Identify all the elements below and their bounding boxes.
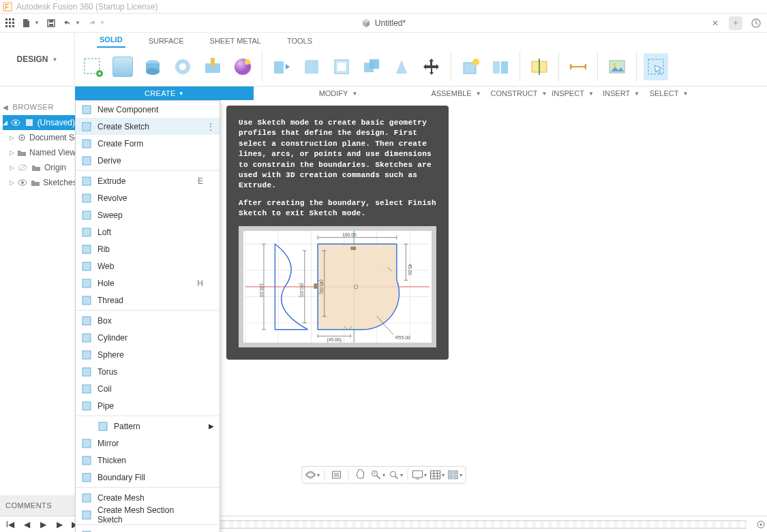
collapse-browser-icon[interactable]: ◀ [3, 104, 9, 111]
tab-solid[interactable]: SOLID [97, 34, 125, 48]
pan-button[interactable] [352, 468, 367, 482]
new-tab-button[interactable]: ＋ [729, 16, 742, 30]
menu-item[interactable]: Boundary Fill [76, 469, 220, 486]
menu-item[interactable]: Create Mesh [76, 489, 220, 506]
svg-rect-57 [82, 245, 91, 253]
tab-surface[interactable]: SURFACE [146, 35, 187, 48]
svg-rect-120 [448, 471, 452, 479]
press-pull-tool[interactable] [269, 53, 294, 80]
menu-item[interactable]: Torus [76, 363, 220, 380]
tree-root[interactable]: ◢ (Unsaved) [3, 115, 75, 130]
tree-item-doc-settings[interactable]: ▷ Document Settings [3, 130, 75, 145]
create-sketch-tool[interactable] [80, 53, 105, 80]
extrude-tool[interactable] [140, 53, 165, 80]
tree-item-sketches[interactable]: ▷ Sketches [3, 175, 75, 190]
shell-tool[interactable] [329, 53, 354, 80]
look-at-button[interactable] [329, 468, 344, 482]
insert-tool[interactable] [605, 53, 629, 80]
menu-item[interactable]: HoleH [76, 275, 220, 292]
grid-settings-button[interactable]: ▾ [430, 468, 445, 482]
menu-item[interactable]: Mirror [76, 435, 220, 452]
menu-item[interactable]: Create Base Feature [76, 527, 220, 532]
visibility-off-icon[interactable] [17, 162, 28, 173]
menu-item[interactable]: Coil [76, 380, 220, 397]
menu-item-label: Hole [97, 279, 115, 288]
draft-tool[interactable] [389, 53, 414, 80]
workspace-switcher[interactable]: DESIGN▼ [9, 50, 66, 68]
close-tab-button[interactable]: ✕ [708, 16, 722, 30]
menu-item[interactable]: Derive [76, 152, 220, 169]
fit-button[interactable]: ▾ [388, 468, 403, 482]
modify-panel-label[interactable]: MODIFY▼ [254, 87, 423, 100]
visibility-icon[interactable] [10, 117, 21, 128]
tree-item-named-views[interactable]: ▷ Named Views [3, 145, 75, 160]
menu-item[interactable]: Loft [76, 223, 220, 240]
revolve-tool[interactable] [170, 53, 195, 80]
tree-item-origin[interactable]: ▷ Origin [3, 160, 75, 175]
app-grid-button[interactable] [3, 16, 18, 31]
menu-item-more[interactable]: ⋮ [206, 122, 215, 131]
save-button[interactable] [44, 16, 59, 31]
menu-item-label: Rib [97, 245, 110, 254]
select-tool[interactable] [644, 53, 668, 80]
display-settings-button[interactable]: ▾ [412, 468, 427, 482]
menu-item[interactable]: Cylinder [76, 329, 220, 346]
assemble-panel-label[interactable]: ASSEMBLE▼ [423, 87, 490, 100]
menu-item[interactable]: Create Sketch⋮ [76, 118, 220, 135]
timeline-step-back[interactable]: ◀ [20, 518, 33, 531]
panel-create [75, 53, 260, 80]
undo-button[interactable]: ▼ [60, 16, 83, 31]
viewport-layout-button[interactable]: ▾ [447, 468, 462, 482]
file-menu-button[interactable]: ▼ [19, 16, 42, 31]
browser-header[interactable]: ◀ BROWSER [0, 100, 75, 114]
menu-item-icon [81, 384, 92, 394]
timeline-step-fwd[interactable]: ▶ [53, 518, 65, 531]
measure-tool[interactable] [566, 53, 590, 80]
select-panel-label[interactable]: SELECT▼ [645, 87, 693, 100]
menu-item[interactable]: Sphere [76, 346, 220, 363]
inspect-panel-label[interactable]: INSPECT▼ [548, 87, 597, 100]
create-form-tool[interactable] [110, 53, 135, 80]
sphere-tool[interactable] [230, 53, 255, 80]
svg-rect-60 [82, 296, 91, 304]
move-tool[interactable] [419, 53, 444, 80]
construct-panel-label[interactable]: CONSTRUCT▼ [490, 87, 548, 100]
timeline-settings[interactable] [755, 518, 767, 531]
timeline-go-start[interactable]: I◀ [4, 518, 16, 531]
svg-rect-58 [82, 262, 91, 270]
create-panel-header[interactable]: CREATE▼ [75, 87, 254, 100]
notifications-button[interactable] [749, 16, 763, 30]
svg-rect-66 [82, 402, 91, 410]
fillet-tool[interactable] [299, 53, 324, 80]
menu-item[interactable]: New Component [76, 101, 220, 118]
menu-item[interactable]: Thread [76, 292, 220, 309]
joint-tool[interactable] [488, 53, 513, 80]
tab-tools[interactable]: TOOLS [284, 35, 315, 48]
svg-rect-53 [82, 177, 91, 185]
menu-item[interactable]: Sweep [76, 206, 220, 223]
menu-item[interactable]: Box [76, 312, 220, 329]
menu-item[interactable]: Thicken [76, 452, 220, 469]
timeline-play[interactable]: ▶ [37, 518, 49, 531]
menu-item[interactable]: Create Form [76, 135, 220, 152]
redo-button[interactable]: ▼ [85, 16, 108, 31]
menu-item[interactable]: Create Mesh Section Sketch [76, 506, 220, 523]
menu-item[interactable]: Pattern▶ [76, 418, 220, 435]
new-component-tool[interactable] [458, 53, 483, 80]
visibility-icon[interactable] [17, 177, 27, 188]
orbit-button[interactable]: ▾ [305, 468, 320, 482]
menu-item[interactable]: Pipe [76, 397, 220, 414]
menu-item[interactable]: Web [76, 257, 220, 275]
zoom-button[interactable]: +▾ [370, 468, 385, 482]
insert-panel-label[interactable]: INSERT▼ [597, 87, 645, 100]
hole-tool[interactable] [200, 53, 225, 80]
construct-plane-tool[interactable] [527, 53, 552, 80]
title-bar: F Autodesk Fusion 360 (Startup License) [0, 0, 767, 14]
combine-tool[interactable] [359, 53, 384, 80]
menu-item[interactable]: ExtrudeE [76, 172, 220, 189]
menu-item[interactable]: Revolve [76, 189, 220, 206]
workspace-tabs: SOLID SURFACE SHEET METAL TOOLS [75, 33, 767, 48]
menu-item[interactable]: Rib [76, 240, 220, 257]
comments-panel-header[interactable]: COMMENTS [0, 495, 75, 516]
tab-sheet-metal[interactable]: SHEET METAL [207, 35, 264, 48]
